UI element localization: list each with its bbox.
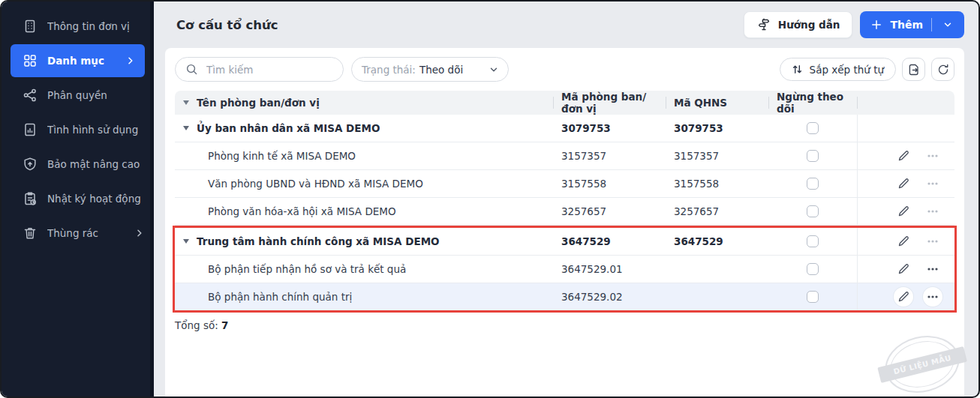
- sidebar-nav: Thông tin đơn vị Danh mục Phân quyền Tìn…: [2, 9, 154, 250]
- row-actions: [857, 198, 954, 225]
- stop-follow-checkbox[interactable]: [807, 235, 819, 247]
- search-icon: [185, 63, 198, 76]
- collapse-arrow-icon[interactable]: [183, 126, 189, 130]
- refresh-button[interactable]: [931, 58, 954, 81]
- stop-follow-checkbox[interactable]: [807, 122, 819, 134]
- usage-report-icon: [23, 122, 38, 137]
- sidebar-item[interactable]: Bảo mật nâng cao: [2, 147, 154, 181]
- row-name: Bộ phận tiếp nhận hồ sơ và trả kết quả: [208, 263, 406, 275]
- stop-follow-checkbox[interactable]: [807, 205, 819, 217]
- toolbar: Trạng thái: Theo dõi Sắp xếp thứ tự: [175, 57, 954, 82]
- more-actions-button[interactable]: [923, 174, 942, 193]
- pencil-icon: [897, 178, 909, 190]
- trash-icon: [23, 226, 38, 241]
- add-button[interactable]: Thêm: [860, 11, 964, 38]
- edit-button[interactable]: [894, 259, 913, 279]
- more-actions-button[interactable]: [923, 232, 942, 251]
- stop-follow-checkbox[interactable]: [807, 291, 819, 303]
- stop-follow-checkbox[interactable]: [807, 150, 819, 162]
- sidebar-item[interactable]: Thùng rác: [2, 216, 154, 250]
- header-actions: Hướng dẫn Thêm: [744, 11, 964, 38]
- ellipsis-icon: [927, 205, 939, 217]
- table-row[interactable]: Ủy ban nhân dân xã MISA DEMO 3079753 307…: [175, 115, 954, 142]
- collapse-arrow-icon[interactable]: [183, 239, 189, 244]
- table-row[interactable]: Bộ phận hành chính quản trị 3647529.02: [175, 283, 954, 310]
- table-row[interactable]: Bộ phận tiếp nhận hồ sơ và trả kết quả 3…: [175, 256, 954, 283]
- edit-button[interactable]: [894, 202, 913, 221]
- more-actions-button[interactable]: [923, 287, 942, 307]
- total-count: Tổng số: 7: [175, 319, 954, 331]
- app-window: Thông tin đơn vị Danh mục Phân quyền Tìn…: [0, 0, 980, 398]
- dept-code-cell: 3647529.01: [553, 256, 666, 283]
- qhns-code-cell: [666, 283, 768, 310]
- stamp-ring-inner: [885, 334, 959, 394]
- ellipsis-icon: [927, 291, 939, 303]
- signpost-icon: [756, 17, 771, 32]
- column-header[interactable]: Mã phòng ban/đơn vị: [553, 91, 666, 115]
- qhns-code-cell: 3079753: [666, 115, 768, 142]
- sort-order-button[interactable]: Sắp xếp thứ tự: [780, 58, 896, 81]
- table-row[interactable]: Văn phòng UBND và HĐND xã MISA DEMO 3157…: [175, 170, 954, 198]
- sort-icon: [792, 64, 803, 75]
- qhns-code-cell: 3157357: [666, 142, 768, 169]
- dept-code-cell: 3257657: [553, 198, 666, 225]
- status-value: Theo dõi: [419, 64, 463, 76]
- chevron-down-icon[interactable]: [940, 17, 955, 32]
- sidebar-item-label: Danh mục: [47, 55, 117, 67]
- more-actions-button[interactable]: [923, 202, 942, 221]
- pencil-icon: [897, 235, 909, 247]
- pencil-icon: [897, 263, 909, 275]
- sidebar-item[interactable]: Thông tin đơn vị: [2, 9, 154, 43]
- refresh-icon: [936, 63, 950, 76]
- guide-button[interactable]: Hướng dẫn: [744, 11, 853, 38]
- sidebar-item[interactable]: Nhật ký hoạt động: [2, 181, 154, 216]
- table-row[interactable]: Phòng văn hóa-xã hội xã MISA DEMO 325765…: [175, 198, 954, 226]
- table-row[interactable]: Trung tâm hành chính công xã MISA DEMO 3…: [175, 228, 954, 256]
- row-name: Bộ phận hành chính quản trị: [208, 291, 352, 303]
- dept-code-cell: 3647529: [553, 228, 666, 255]
- toolbar-right: Sắp xếp thứ tự: [780, 58, 954, 81]
- table-body: Ủy ban nhân dân xã MISA DEMO 3079753 307…: [175, 115, 954, 226]
- sidebar-item[interactable]: Tình hình sử dụng: [2, 112, 154, 147]
- search-box[interactable]: [175, 57, 344, 82]
- edit-button[interactable]: [894, 287, 913, 307]
- column-header[interactable]: Tên phòng ban/đơn vị: [175, 91, 553, 115]
- pencil-icon: [897, 205, 909, 217]
- dept-code-cell: 3079753: [553, 115, 666, 142]
- more-actions-button[interactable]: [923, 259, 942, 279]
- pencil-icon: [897, 150, 909, 162]
- sidebar: Thông tin đơn vị Danh mục Phân quyền Tìn…: [2, 1, 154, 397]
- row-actions: [857, 228, 954, 255]
- sidebar-item[interactable]: Phân quyền: [2, 78, 154, 112]
- highlight-box: Trung tâm hành chính công xã MISA DEMO 3…: [173, 226, 957, 313]
- sidebar-item-label: Nhật ký hoạt động: [47, 193, 143, 205]
- sidebar-item[interactable]: Danh mục: [11, 44, 145, 77]
- status-label: Trạng thái:: [362, 64, 416, 76]
- table-row[interactable]: Phòng kinh tế xã MISA DEMO 3157357 31573…: [175, 142, 954, 170]
- more-actions-button[interactable]: [923, 146, 942, 166]
- column-header[interactable]: Mã QHNS: [666, 91, 768, 115]
- dept-code-cell: 3647529.02: [553, 283, 666, 310]
- sidebar-item-label: Phân quyền: [47, 89, 143, 101]
- column-header[interactable]: Ngừng theo dõi: [768, 91, 857, 115]
- edit-button[interactable]: [894, 174, 913, 193]
- edit-button[interactable]: [894, 232, 913, 251]
- row-name: Ủy ban nhân dân xã MISA DEMO: [197, 122, 380, 134]
- edit-button[interactable]: [894, 146, 913, 166]
- org-table: Tên phòng ban/đơn vịMã phòng ban/đơn vịM…: [175, 91, 954, 313]
- row-name: Phòng văn hóa-xã hội xã MISA DEMO: [208, 205, 396, 217]
- search-input[interactable]: [205, 63, 333, 76]
- status-dropdown[interactable]: Trạng thái: Theo dõi: [351, 57, 509, 82]
- page-title: Cơ cấu tổ chức: [176, 18, 278, 32]
- page-header: Cơ cấu tổ chức Hướng dẫn Thêm: [154, 1, 978, 48]
- stamp-ring-outer: [879, 328, 966, 398]
- collapse-all-icon[interactable]: [183, 100, 189, 105]
- column-header-actions: [857, 91, 954, 115]
- stop-follow-checkbox[interactable]: [807, 178, 819, 190]
- building-icon: [23, 19, 38, 34]
- stop-follow-checkbox[interactable]: [807, 263, 819, 275]
- qhns-code-cell: 3157558: [666, 170, 768, 197]
- ellipsis-icon: [927, 235, 939, 247]
- export-button[interactable]: [902, 58, 925, 81]
- activity-log-icon: [23, 191, 38, 206]
